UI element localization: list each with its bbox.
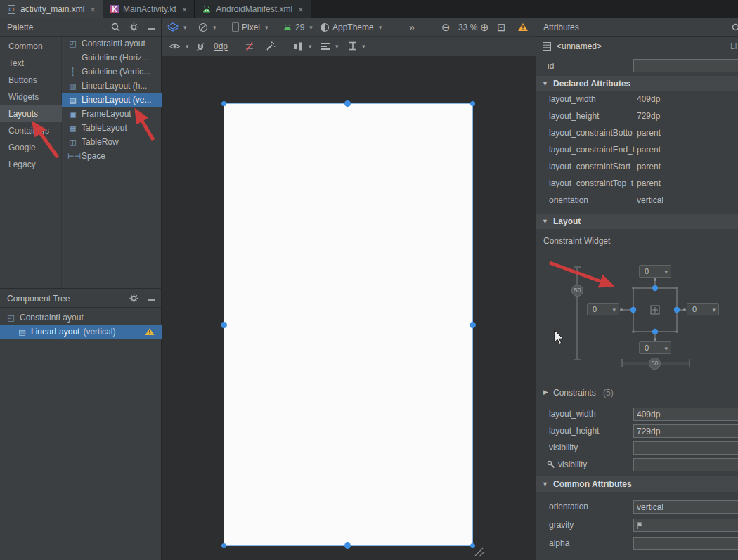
tab-mainactivity-kt[interactable]: K MainActivity.kt ×: [103, 0, 195, 18]
attr-value[interactable]: parent: [637, 162, 661, 171]
attr-value[interactable]: parent: [637, 128, 661, 138]
palette-item-tablelayout[interactable]: ▦ TableLayout: [62, 121, 162, 135]
palette-item-label: FrameLayout: [82, 109, 131, 119]
margin-left-combo[interactable]: 0: [587, 303, 619, 315]
android-icon: [283, 23, 292, 31]
attr-name: orientation: [549, 502, 588, 512]
attr-name: visibility: [549, 443, 578, 452]
margin-bottom-combo[interactable]: 0: [639, 341, 671, 354]
api-level-selector[interactable]: 29: [283, 18, 313, 36]
close-icon[interactable]: ×: [90, 4, 96, 15]
infer-constraints-button[interactable]: [266, 37, 276, 56]
orientation-field[interactable]: [633, 500, 738, 514]
selection-handle-bottom-left[interactable]: [221, 543, 226, 548]
attr-value[interactable]: vertical: [637, 195, 663, 205]
palette-items: ◰ ConstraintLayout ┄ Guideline (Horiz...…: [62, 37, 162, 288]
margin-right-combo[interactable]: 0: [687, 303, 719, 315]
zoom-to-fit-button[interactable]: ⊡: [497, 18, 506, 36]
palette-category-google[interactable]: Google: [0, 139, 62, 156]
zoom-in-button[interactable]: ⊕: [480, 18, 489, 36]
selection-handle-top[interactable]: [344, 100, 351, 107]
attr-value[interactable]: parent: [637, 145, 661, 155]
palette-item-guideline-horizontal[interactable]: ┄ Guideline (Horiz...: [62, 51, 162, 65]
margin-top-combo[interactable]: 0: [639, 265, 671, 278]
orientation-selector[interactable]: [198, 18, 216, 36]
vertical-bias-slider[interactable]: 50: [571, 285, 583, 297]
palette-category-buttons[interactable]: Buttons: [0, 72, 62, 89]
palette-item-linearlayout-horizontal[interactable]: ▥ LinearLayout (h...: [62, 79, 162, 93]
palette-category-widgets[interactable]: Widgets: [0, 89, 62, 105]
id-input[interactable]: [633, 59, 738, 72]
tree-item-linearlayout-vertical[interactable]: ▤ LinearLayout(vertical): [0, 325, 162, 339]
search-icon[interactable]: [732, 23, 738, 32]
theme-selector[interactable]: AppTheme: [320, 18, 382, 36]
tab-label: activity_main.xml: [20, 4, 84, 14]
palette-item-linearlayout-vertical[interactable]: ▤ LinearLayout (ve...: [62, 93, 162, 107]
clear-constraints-button[interactable]: [245, 37, 254, 56]
horizontal-bias-slider[interactable]: 50: [649, 358, 661, 370]
warning-icon[interactable]: [145, 327, 155, 336]
palette-category-common[interactable]: Common: [0, 38, 62, 55]
palette-item-framelayout[interactable]: ▣ FrameLayout: [62, 107, 162, 121]
selection-handle-top-left[interactable]: [221, 101, 226, 106]
id-label: id: [548, 61, 554, 71]
id-row: id: [536, 56, 738, 76]
magnet-icon: [195, 41, 205, 51]
autoconnect-toggle[interactable]: [195, 37, 205, 56]
close-icon[interactable]: ×: [298, 4, 304, 15]
tab-activity-main-xml[interactable]: activity_main.xml ×: [0, 0, 103, 18]
layout-width-field[interactable]: [633, 408, 738, 421]
section-layout[interactable]: Layout: [536, 214, 738, 229]
default-margin-button[interactable]: 0dp: [214, 37, 228, 56]
zoom-out-button[interactable]: ⊖: [441, 18, 451, 36]
selection-handle-top-right[interactable]: [470, 101, 475, 106]
close-icon[interactable]: ×: [182, 4, 188, 15]
tree-item-constraintlayout[interactable]: ◰ ConstraintLayout: [0, 311, 162, 325]
gravity-field[interactable]: [633, 519, 738, 532]
toolbar-overflow-chevron[interactable]: »: [409, 18, 415, 36]
attr-value[interactable]: parent: [637, 178, 661, 188]
align-button[interactable]: [321, 37, 339, 56]
flag-icon[interactable]: [636, 521, 643, 530]
palette-item-guideline-vertical[interactable]: ┆ Guideline (Vertic...: [62, 65, 162, 79]
palette-item-constraintlayout[interactable]: ◰ ConstraintLayout: [62, 37, 162, 51]
view-options-button[interactable]: [169, 37, 189, 56]
constraints-section-toggle[interactable]: Constraints (5): [536, 386, 738, 401]
resize-grip-icon[interactable]: [472, 545, 485, 558]
design-toolbar: Pixel 29 AppTheme » ⊖ 33 % ⊕: [162, 18, 536, 37]
alpha-field[interactable]: [633, 537, 738, 550]
tools-visibility-field[interactable]: [633, 458, 738, 471]
attr-row: gravity: [536, 517, 738, 534]
warnings-errors-button[interactable]: [517, 18, 529, 36]
component-tree-header: Component Tree: [0, 289, 161, 308]
palette-item-space[interactable]: ⊢⊣ Space: [62, 149, 162, 163]
layout-height-field[interactable]: [633, 424, 738, 438]
attr-value[interactable]: 729dp: [637, 111, 660, 121]
section-declared-attributes[interactable]: Declared Attributes: [536, 76, 738, 91]
selection-handle-left[interactable]: [221, 322, 227, 328]
device-selector[interactable]: Pixel: [232, 18, 268, 36]
tab-androidmanifest-xml[interactable]: AndroidManifest.xml ×: [195, 0, 311, 18]
gear-icon[interactable]: [129, 22, 138, 32]
minimize-icon[interactable]: [148, 28, 155, 30]
attr-value[interactable]: 409dp: [637, 94, 660, 104]
tools-wrench-icon: [547, 460, 555, 469]
selection-handle-right[interactable]: [470, 322, 476, 328]
visibility-field[interactable]: [633, 441, 738, 455]
palette-category-containers[interactable]: Containers: [0, 122, 62, 139]
selection-handle-bottom[interactable]: [344, 542, 351, 549]
gear-icon[interactable]: [129, 294, 138, 303]
component-tree-title: Component Tree: [7, 294, 70, 304]
palette-category-layouts[interactable]: Layouts: [0, 105, 62, 122]
palette-item-tablerow[interactable]: ◫ TableRow: [62, 135, 162, 149]
pack-button[interactable]: [349, 37, 365, 56]
palette-category-text[interactable]: Text: [0, 55, 62, 72]
guidelines-button[interactable]: [294, 37, 312, 56]
layers-icon: [167, 22, 179, 32]
palette-category-legacy[interactable]: Legacy: [0, 156, 62, 173]
design-surface-selector[interactable]: [167, 18, 187, 36]
search-icon[interactable]: [111, 22, 120, 32]
section-common-attributes[interactable]: Common Attributes: [536, 476, 738, 492]
minimize-icon[interactable]: [148, 299, 155, 301]
device-artboard-linearlayout[interactable]: [224, 103, 473, 546]
